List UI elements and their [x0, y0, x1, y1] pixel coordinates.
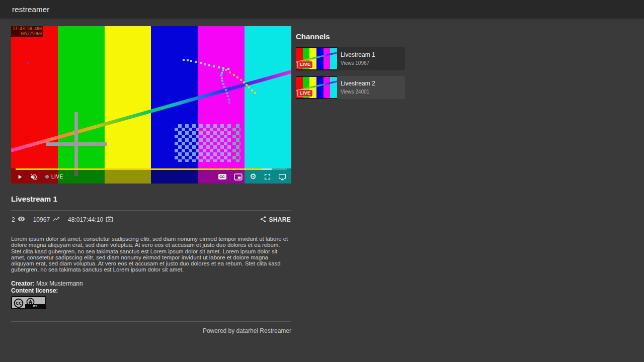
checkerboard: [175, 124, 231, 162]
pattern-dot: [218, 66, 220, 68]
stream-stats-row: 2 10967 48:017:44:10: [11, 211, 291, 229]
live-badge: LIVE: [298, 90, 312, 97]
pattern-dot: [254, 92, 256, 94]
settings-gear-icon: ⚙: [250, 173, 257, 180]
seek-to-live-button[interactable]: LIVE: [45, 171, 63, 183]
pip-icon: [234, 173, 243, 180]
picture-in-picture-button[interactable]: [234, 171, 243, 183]
player-control-bar: LIVE CC ⚙: [11, 168, 291, 184]
pattern-dot: [243, 81, 245, 83]
view-count: 10967: [33, 216, 50, 223]
video-player[interactable]: 17:43:50.400 105275960: [11, 26, 291, 184]
play-button[interactable]: [16, 171, 23, 183]
pattern-dot: [228, 99, 230, 101]
pattern-dot: [227, 95, 229, 97]
eye-icon: [15, 215, 25, 224]
pattern-dot: [233, 74, 235, 76]
pattern-dot: [236, 76, 238, 78]
runtime-value: 48:017:44:10: [68, 216, 103, 223]
license-line: Content license:: [11, 287, 291, 294]
live-tv-icon: [103, 215, 113, 224]
channel-name: Livestream 1: [341, 51, 375, 58]
pattern-dot: [222, 67, 224, 69]
pattern-dot: [187, 59, 189, 61]
share-label: SHARE: [269, 216, 291, 223]
pattern-dot: [251, 89, 253, 92]
live-badge: LIVE: [298, 61, 312, 68]
cc-by-license-badge[interactable]: CC BY: [11, 296, 46, 309]
total-views: 10967: [33, 215, 60, 224]
powered-by-footer: Powered by datarhei Restreamer: [11, 327, 291, 334]
pattern-dot: [225, 89, 227, 91]
pattern-dot: [246, 84, 248, 86]
seek-bar[interactable]: [16, 168, 287, 170]
share-button[interactable]: SHARE: [260, 216, 291, 224]
checkerboard-green: [232, 124, 240, 162]
burnt-in-timecode: 17:43:50.400 105275960: [11, 26, 43, 37]
pattern-dot: [248, 86, 250, 88]
fullscreen-button[interactable]: [264, 171, 271, 183]
volume-muted-icon: [30, 173, 38, 181]
play-progress: [16, 168, 262, 170]
cc-icon: CC: [218, 174, 226, 179]
channel-meta: Livestream 1 Views 10967: [337, 47, 375, 70]
pattern-dot: [229, 71, 231, 73]
channels-panel: Channels LIVE Livestream 1 Views 10967 L…: [296, 26, 405, 334]
cc-by-label: BY: [25, 304, 45, 308]
pattern-dot: [213, 65, 215, 67]
fullscreen-icon: [264, 173, 271, 180]
trending-up-icon: [50, 215, 60, 224]
creator-label: Creator:: [11, 280, 35, 287]
airplay-icon: [278, 173, 286, 180]
player-column: 17:43:50.400 105275960: [11, 26, 291, 334]
pattern-dot: [195, 61, 197, 63]
pattern-dot: [226, 92, 228, 94]
play-icon: [16, 173, 23, 180]
channel-name: Livestream 2: [341, 80, 375, 87]
creator-line: Creator: Max Mustermann: [11, 280, 291, 287]
pattern-dot: [225, 69, 227, 71]
channel-list-item[interactable]: LIVE Livestream 1 Views 10967: [296, 47, 405, 70]
stream-description: Lorem ipsum dolor sit amet, consetetur s…: [11, 236, 291, 273]
main-content: 17:43:50.400 105275960: [0, 18, 644, 334]
creator-name: Max Mustermann: [35, 280, 83, 287]
frame-counter-text: 105275960: [13, 32, 42, 37]
pattern-dot: [204, 63, 206, 65]
captions-button[interactable]: CC: [218, 171, 226, 183]
pattern-dot: [190, 60, 192, 62]
current-viewers: 2: [12, 215, 25, 224]
svg-text:CC: CC: [16, 301, 22, 306]
pattern-dot: [240, 79, 242, 81]
divider: [11, 321, 291, 322]
video-pattern-layer: [11, 26, 291, 184]
share-icon: [260, 216, 269, 224]
pattern-dot: [183, 59, 185, 61]
channel-list-item[interactable]: LIVE Livestream 2 Views 24001: [296, 76, 405, 99]
pattern-dot: [208, 64, 210, 66]
live-dot-icon: [45, 175, 49, 178]
pattern-dot: [222, 83, 224, 85]
stream-runtime: 48:017:44:10: [68, 215, 113, 224]
pattern-dot: [200, 62, 202, 64]
channels-heading: Channels: [296, 32, 405, 41]
mute-button[interactable]: [30, 171, 38, 183]
pattern-dot: [221, 72, 223, 74]
cc-logo-icon: CC: [14, 298, 24, 308]
rainbow-line: [11, 70, 291, 152]
live-indicator-label: LIVE: [51, 174, 63, 179]
pattern-dot: [222, 69, 224, 71]
pattern-dot: [221, 77, 223, 79]
divider: [11, 229, 291, 229]
channel-thumbnail: LIVE: [296, 76, 337, 99]
airplay-button[interactable]: [278, 171, 286, 183]
app-header: restreamer: [0, 0, 644, 18]
channel-meta: Livestream 2 Views 24001: [337, 76, 375, 99]
viewer-count: 2: [12, 216, 15, 223]
pattern-dot: [228, 102, 230, 104]
channel-thumbnail: LIVE: [296, 47, 337, 70]
pattern-dot: [223, 86, 225, 88]
pattern-dot: [220, 74, 222, 76]
stream-title: Livestream 1: [11, 195, 291, 203]
settings-button[interactable]: ⚙: [250, 171, 257, 183]
license-label: Content license:: [11, 287, 58, 294]
